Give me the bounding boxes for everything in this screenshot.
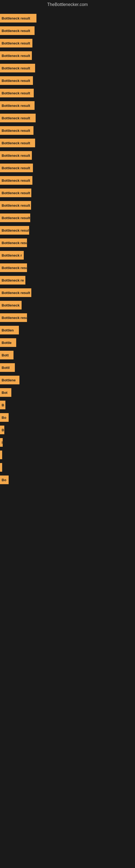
bottleneck-bar: Bottleneck result — [0, 126, 34, 135]
bar-row: B — [0, 424, 135, 436]
bar-row: Bottlen — [0, 324, 135, 336]
bottleneck-bar: Bottleneck result — [0, 201, 31, 210]
bar-row: B — [0, 399, 135, 411]
bar-row: Bottleneck result — [0, 174, 135, 187]
bar-label: B — [2, 403, 4, 407]
bar-label: Bottl — [2, 366, 10, 370]
bottleneck-bar: Bottleneck r — [0, 251, 24, 259]
bottleneck-bar: Bottleneck result — [0, 188, 31, 197]
bottleneck-bar: Bottleneck resu — [0, 264, 27, 272]
site-title: TheBottlenecker.com — [0, 0, 135, 9]
bar-row: Bottleneck result — [0, 187, 135, 199]
bottleneck-bar: Bottleneck result — [0, 76, 33, 85]
bar-label: Bottleneck resu — [2, 241, 27, 245]
bar-label: Bottleneck re — [2, 278, 24, 282]
bar-label: l — [2, 440, 3, 444]
bar-label: Bottleneck result — [2, 129, 30, 133]
bar-row: Bottleneck re — [0, 274, 135, 286]
bar-row: Bottleneck result — [0, 99, 135, 112]
bar-row: Bottleneck result — [0, 62, 135, 74]
bar-row: Bottleneck result — [0, 87, 135, 99]
bar-label: Bottleneck resu — [2, 316, 27, 320]
bottleneck-bar: Bottleneck result — [0, 14, 37, 23]
bar-label: Bottleneck result — [2, 104, 30, 108]
bar-label: Bottleneck result — [2, 166, 30, 170]
bottleneck-bar: Bottleneck resu — [0, 313, 27, 322]
bar-label: Bottleneck result — [2, 79, 30, 83]
bar-label: Bottleneck result — [2, 141, 30, 145]
bar-row: Bottleneck result — [0, 286, 135, 299]
bar-label: Bottleneck result — [2, 41, 30, 45]
bar-row: Bottleneck result — [0, 162, 135, 174]
bottleneck-bar: Bottleneck result — [0, 51, 32, 60]
bottleneck-bar — [0, 451, 2, 459]
bar-label: Bottleneck — [2, 303, 19, 307]
bar-row: Bottl — [0, 361, 135, 374]
bottleneck-bar: Bottleneck result — [0, 114, 36, 122]
bar-row: Bottleneck result — [0, 112, 135, 124]
bottleneck-bar: Bottleneck — [0, 301, 21, 310]
bar-label: Bottlen — [2, 328, 14, 332]
bottleneck-bar: Bottleneck result — [0, 64, 35, 72]
bar-label: Bottleneck result — [2, 16, 30, 20]
bar-label: Bottleneck result — [2, 216, 30, 220]
bar-label: Bottleneck result — [2, 204, 30, 208]
bar-label: Bottleneck result — [2, 116, 30, 120]
bottleneck-bar: Bottleneck result — [0, 151, 32, 160]
bar-row: Bottleneck result — [0, 12, 135, 24]
bottleneck-bar — [0, 463, 2, 472]
bar-row: Bottlene — [0, 374, 135, 386]
bottleneck-bar: Bottleneck result — [0, 39, 32, 48]
bar-label: Bottleneck result — [2, 29, 30, 33]
bar-label: Bottleneck r — [2, 253, 22, 257]
bar-row: Bottleneck result — [0, 199, 135, 212]
bottleneck-bar: Bottleneck result — [0, 226, 29, 235]
bottleneck-bar: Bot — [0, 388, 11, 397]
bar-row: l — [0, 436, 135, 448]
bar-row — [0, 448, 135, 461]
bar-row: Bottleneck result — [0, 74, 135, 87]
bottleneck-bar: Bott — [0, 351, 13, 360]
bar-row: Bott — [0, 349, 135, 361]
bar-label: Bo — [2, 478, 6, 482]
bottleneck-bar: B — [0, 426, 4, 434]
bar-row: Bottleneck result — [0, 224, 135, 237]
bottleneck-bar: Bottleneck result — [0, 176, 32, 185]
bottleneck-bar: Bottleneck result — [0, 163, 33, 172]
bar-label: Bottleneck result — [2, 191, 30, 195]
bar-row: Bottleneck resu — [0, 237, 135, 249]
bottleneck-bar: Bottle — [0, 338, 16, 347]
bar-row: Bottleneck result — [0, 50, 135, 62]
bottleneck-bar: Bottleneck re — [0, 276, 26, 284]
bar-row: Bottleneck result — [0, 212, 135, 224]
bottleneck-bar: Bottl — [0, 363, 15, 372]
bar-label: Bottleneck result — [2, 91, 30, 95]
bottleneck-bar: Bottleneck result — [0, 101, 35, 110]
bar-row: Bottle — [0, 336, 135, 349]
bottleneck-bar: l — [0, 438, 3, 447]
bar-label: Bottleneck resu — [2, 266, 27, 270]
bar-label: Bottle — [2, 341, 12, 345]
bar-row — [0, 461, 135, 474]
bottleneck-bar: B — [0, 401, 5, 409]
bottleneck-bar: Bottlen — [0, 326, 19, 335]
bottleneck-bar: Bottleneck result — [0, 288, 31, 297]
bar-row: Bottleneck result — [0, 24, 135, 37]
bars-container: Bottleneck resultBottleneck resultBottle… — [0, 9, 135, 489]
bar-row: Bo — [0, 474, 135, 486]
bar-label: Bottleneck result — [2, 291, 30, 295]
bar-row: Bottleneck result — [0, 149, 135, 162]
bottleneck-bar: Bo — [0, 413, 9, 422]
bar-label: Bottlene — [2, 378, 16, 382]
bottleneck-bar: Bottleneck result — [0, 89, 34, 97]
bar-row: Bottleneck r — [0, 249, 135, 261]
bottleneck-bar: Bottleneck result — [0, 138, 35, 147]
bar-label: Bo — [2, 415, 6, 420]
bottleneck-bar: Bo — [0, 475, 9, 484]
bar-row: Bottleneck resu — [0, 311, 135, 324]
bar-label: B — [2, 428, 4, 432]
bottleneck-bar: Bottleneck result — [0, 214, 30, 222]
bar-row: Bottleneck result — [0, 37, 135, 50]
bar-row: Bo — [0, 411, 135, 424]
bar-row: Bottleneck result — [0, 137, 135, 149]
